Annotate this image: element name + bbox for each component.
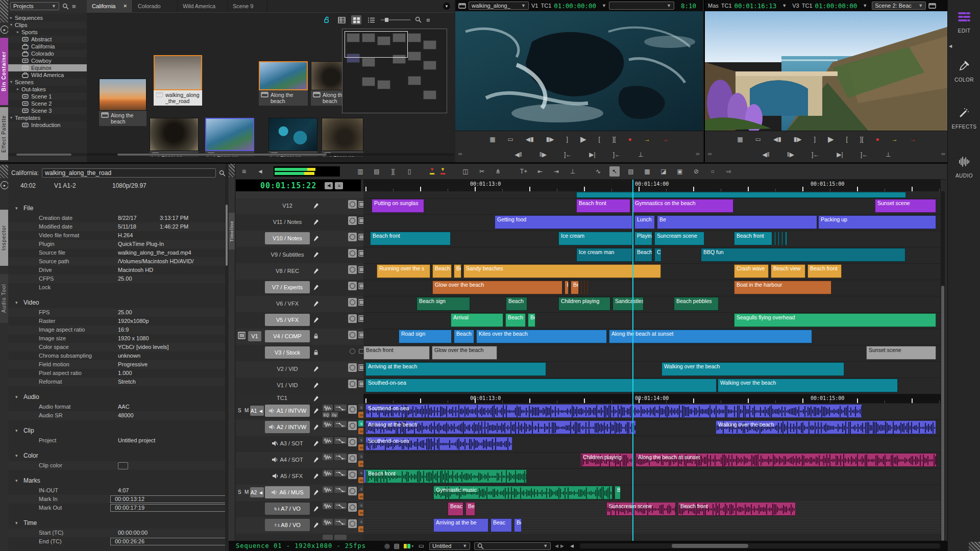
clip-beach-front[interactable]: Beach front	[807, 264, 842, 278]
inspector-vscrollbar[interactable]	[225, 164, 228, 551]
patch-button[interactable]: A1 ◄	[250, 406, 264, 416]
clip-arriving-at-the-be[interactable]: Arriving at the be	[433, 518, 488, 532]
panel-play-button[interactable]: ▸	[1, 181, 9, 189]
clip-glow-over-the-beach[interactable]: Glow over the beach	[432, 281, 562, 294]
panel-play-button[interactable]: ▸	[1, 26, 9, 34]
pencil-icon[interactable]	[313, 219, 319, 226]
track-power-button[interactable]	[348, 503, 357, 512]
step-forward-icon[interactable]: ▮▶	[546, 136, 554, 143]
clip-c[interactable]: C	[654, 248, 662, 262]
clip-be[interactable]: Be	[454, 264, 461, 278]
bin-tab-scene-9[interactable]: Scene 9	[228, 0, 267, 12]
effect-badge-dy[interactable]: Dy	[331, 412, 338, 417]
property-input[interactable]: 00:00:13:12	[110, 495, 228, 503]
mute-button[interactable]: m	[358, 444, 363, 450]
play-icon[interactable]: ▶	[828, 135, 834, 144]
track-name-a4-sot[interactable]: A4 / SOT	[265, 454, 310, 466]
pencil-icon[interactable]	[313, 268, 319, 274]
clip-running-over-the-s[interactable]: Running over the s	[377, 264, 430, 278]
drag-handle[interactable]	[0, 0, 8, 22]
track-power-button[interactable]	[348, 363, 357, 372]
clip-boat-in-the-harbour[interactable]: Boat in the harbour	[734, 281, 831, 294]
target-icon[interactable]: ◎	[384, 542, 389, 549]
close-icon[interactable]: ✕	[123, 4, 127, 9]
solo-button[interactable]: s	[358, 404, 363, 410]
collapse-rail-icon[interactable]: ◀	[949, 44, 952, 48]
tree-item-wild-america[interactable]: Wild America	[8, 71, 87, 79]
tree-item-cowboy[interactable]: Cowboy	[8, 57, 87, 64]
clip-arrival[interactable]: Arrival	[451, 313, 503, 327]
clip-beach-front[interactable]: Beach front	[363, 346, 430, 360]
clip[interactable]	[778, 232, 779, 245]
track-name-v8-rec[interactable]: V8 / REC	[265, 265, 310, 277]
tree-item-abstract[interactable]: Abstract	[8, 36, 87, 43]
trim-icon[interactable]: ⋔	[493, 166, 503, 177]
clip-beach[interactable]: Beach	[634, 248, 652, 262]
clip-southend-on-sea[interactable]: Southend-on-sea	[365, 404, 862, 418]
solo-button[interactable]: s	[358, 453, 363, 459]
clip-colors-icon[interactable]: ▼	[404, 542, 414, 549]
menu-icon[interactable]: ≡	[72, 3, 76, 10]
track-name-v6-vfx[interactable]: V6 / VFX	[265, 297, 310, 310]
track-power-button[interactable]	[348, 438, 357, 446]
chevron-down-icon[interactable]: ▾	[8, 21, 12, 29]
clip-children-playing[interactable]: Children playing	[558, 297, 610, 311]
waveform-toggle-icon[interactable]	[323, 470, 333, 477]
play-around-icon[interactable]: ▶|	[589, 151, 595, 158]
collapse-left-icon[interactable]: ◀	[570, 543, 574, 548]
automation-icon[interactable]	[334, 421, 347, 428]
inspector-clip-name-field[interactable]: walking_along_the_road	[42, 168, 216, 178]
back-10-icon[interactable]: ◀‖	[515, 151, 522, 158]
bin-clip-along-the-beach[interactable]: Along the beach	[259, 61, 308, 106]
track-power-button[interactable]	[348, 249, 357, 258]
track-power-button[interactable]	[348, 298, 357, 307]
track-power-button[interactable]	[348, 233, 357, 241]
play-around-icon[interactable]: ▶|	[837, 151, 843, 158]
chevron-down-icon[interactable]: ▾	[15, 297, 18, 308]
tree-item-introduction[interactable]: Introduction	[8, 121, 87, 129]
chevron-right-icon[interactable]: ▸	[8, 86, 19, 93]
track-power-button[interactable]	[348, 421, 357, 430]
clip-gymnastic-music[interactable]: Gymnastic music	[433, 486, 612, 499]
timeline-hscrollbar[interactable]	[580, 543, 940, 548]
clip-children-playing[interactable]: Children playing	[580, 453, 633, 467]
track-name-a5-sfx[interactable]: A5 / SFX	[265, 470, 310, 482]
clip[interactable]	[587, 281, 588, 294]
bin-tab-colorado[interactable]: Colorado	[133, 0, 178, 12]
track-name-v2-vid[interactable]: V2 / VID	[265, 363, 310, 375]
disable-icon[interactable]: ⊘	[691, 166, 701, 177]
waveform-toggle-icon[interactable]	[323, 486, 333, 493]
clip-b[interactable]: B	[615, 486, 621, 499]
timeline-clip-area[interactable]: Putting on sunglasBeach frontGymnastics …	[363, 191, 941, 541]
grid-icon[interactable]: ▦	[642, 166, 652, 177]
sidebar-icon[interactable]: ▤	[372, 166, 382, 177]
clip-be[interactable]: Be	[571, 281, 579, 294]
clip-putting-on-sunglas[interactable]: Putting on sunglas	[372, 199, 424, 213]
chevron-down-icon[interactable]: ▾	[15, 450, 18, 461]
chevron-down-icon[interactable]: ▾	[15, 391, 18, 403]
track-monitor-button[interactable]	[358, 348, 363, 355]
tree-item-scene-2[interactable]: Scene 2	[8, 100, 87, 107]
lock-icon[interactable]	[313, 333, 318, 339]
rail-item-effects[interactable]: EFFECTS	[948, 107, 980, 130]
trim-out-icon[interactable]: ]←	[564, 151, 572, 158]
mark-in-icon[interactable]: [	[846, 136, 848, 143]
chevron-down-icon[interactable]: ▾	[15, 425, 18, 436]
mute-button[interactable]: m	[358, 477, 363, 483]
record-video-image[interactable]	[705, 11, 948, 131]
projects-hscrollbar[interactable]	[8, 153, 87, 156]
bin-tab-california[interactable]: California✕	[87, 0, 133, 12]
prev-marker-button[interactable]: ◀	[325, 182, 333, 189]
tab-bin-container[interactable]: Bin Container	[0, 38, 8, 105]
unlock-icon[interactable]	[322, 15, 332, 24]
chevron-down-icon[interactable]: ▾	[8, 114, 12, 121]
clip-along-the-beach-at-sunset[interactable]: Along the beach at sunset	[635, 453, 937, 467]
track-name-v12[interactable]: V12	[265, 199, 310, 212]
track-power-button[interactable]	[348, 519, 357, 528]
track-monitor-button[interactable]	[358, 332, 363, 338]
mark-out-icon[interactable]: ]	[814, 136, 816, 143]
filmstrip-icon[interactable]	[928, 3, 936, 9]
trim-in-icon[interactable]: ]←	[613, 151, 621, 158]
automation-icon[interactable]	[334, 405, 347, 411]
track-power-button[interactable]	[348, 487, 357, 495]
